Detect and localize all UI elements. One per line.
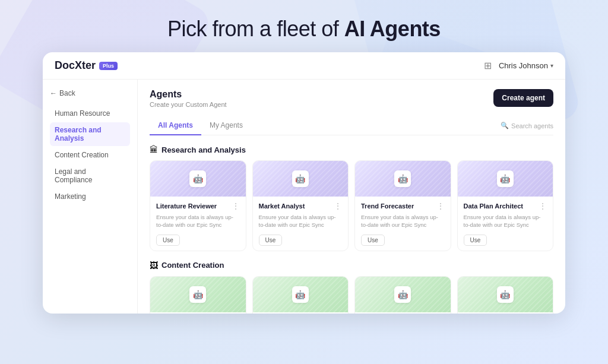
card-body: Newsletter Crafter ⋮ [458, 312, 553, 314]
card-trend-forecaster[interactable]: 🤖 Trend Forecaster ⋮ Ensure your data is… [354, 160, 451, 251]
card-desc: Ensure your data is always up-to-date wi… [156, 213, 240, 229]
sidebar: ← Back Human Resource Research and Analy… [43, 80, 138, 314]
user-menu[interactable]: Chris Johnson ▾ [499, 61, 553, 70]
sidebar-item-legal-compliance[interactable]: Legal and Compliance [50, 164, 130, 188]
card-literature-reviewer[interactable]: 🤖 Literature Reviewer ⋮ Ensure your data… [150, 160, 246, 251]
card-blog-composer[interactable]: 🤖 Blog Composer ⋮ [354, 276, 451, 314]
agents-header: Agents Create your Custom Agent Create a… [150, 89, 553, 108]
research-section-icon: 🏛 [150, 145, 158, 154]
card-data-plan-architect[interactable]: 🤖 Data Plan Architect ⋮ Ensure your data… [457, 160, 554, 251]
sidebar-item-research-analysis[interactable]: Research and Analysis [50, 122, 130, 146]
tab-my-agents[interactable]: My Agents [201, 116, 251, 135]
logo-area: DocXter Plus [55, 59, 118, 72]
card-use-button[interactable]: Use [259, 235, 283, 246]
chevron-down-icon: ▾ [550, 62, 553, 69]
card-thumb: 🤖 [355, 161, 451, 197]
card-article-topic-creator[interactable]: 🤖 Article Topic Creator ⋮ [150, 276, 246, 314]
content-section-title: Content Creation [162, 261, 224, 270]
card-thumb: 🤖 [458, 277, 553, 312]
card-body: Trend Forecaster ⋮ Ensure your data is a… [355, 197, 451, 251]
card-body: Article Outline Creator ⋮ [253, 312, 349, 314]
app-window: DocXter Plus ⊞ Chris Johnson ▾ ← Back Hu… [43, 52, 565, 314]
card-use-button[interactable]: Use [361, 235, 385, 246]
research-cards-grid: 🤖 Literature Reviewer ⋮ Ensure your data… [150, 160, 553, 251]
content-cards-grid: 🤖 Article Topic Creator ⋮ 🤖 [150, 276, 553, 314]
card-thumb: 🤖 [355, 277, 451, 312]
app-body: ← Back Human Resource Research and Analy… [43, 80, 565, 314]
card-article-outline-creator[interactable]: 🤖 Article Outline Creator ⋮ [252, 276, 349, 314]
card-name: Data Plan Architect [464, 202, 523, 210]
card-body: Article Topic Creator ⋮ [150, 312, 246, 314]
card-name-row: Trend Forecaster ⋮ [361, 201, 445, 211]
card-menu-icon[interactable]: ⋮ [539, 201, 547, 211]
card-market-analyst[interactable]: 🤖 Market Analyst ⋮ Ensure your data is a… [252, 160, 349, 251]
card-newsletter-crafter[interactable]: 🤖 Newsletter Crafter ⋮ [457, 276, 554, 314]
main-content: Agents Create your Custom Agent Create a… [138, 80, 565, 314]
tabs-row: All Agents My Agents 🔍 Search agents [150, 116, 553, 135]
card-menu-icon[interactable]: ⋮ [232, 201, 240, 211]
back-arrow-icon: ← [50, 89, 57, 97]
card-use-button[interactable]: Use [464, 235, 487, 246]
card-name-row: Market Analyst ⋮ [259, 201, 343, 211]
card-use-button[interactable]: Use [156, 235, 180, 246]
sidebar-item-marketing[interactable]: Marketing [50, 189, 130, 204]
card-desc: Ensure your data is always up-to-date wi… [464, 213, 547, 229]
headline-prefix: Pick from a fleet of [167, 17, 344, 41]
sidebar-back[interactable]: ← Back [50, 89, 130, 97]
agents-title: Agents [150, 89, 227, 100]
grid-icon: ⊞ [484, 60, 492, 71]
card-name: Literature Reviewer [156, 202, 217, 210]
headline-bold: AI Agents [344, 17, 441, 41]
card-desc: Ensure your data is always up-to-date wi… [361, 213, 445, 229]
logo-text: DocXter [55, 59, 96, 72]
card-menu-icon[interactable]: ⋮ [436, 201, 445, 211]
sidebar-item-human-resource[interactable]: Human Resource [50, 106, 130, 121]
tabs-left: All Agents My Agents [150, 116, 251, 135]
card-name-row: Literature Reviewer ⋮ [156, 201, 240, 211]
content-section-header: 🖼 Content Creation [150, 261, 553, 270]
plus-badge: Plus [99, 62, 118, 70]
tab-all-agents[interactable]: All Agents [150, 116, 201, 135]
card-name: Trend Forecaster [361, 202, 414, 210]
content-section-icon: 🖼 [150, 261, 158, 270]
research-section-header: 🏛 Research and Analysis [150, 145, 553, 154]
create-agent-button[interactable]: Create agent [493, 89, 553, 107]
card-body: Market Analyst ⋮ Ensure your data is alw… [253, 197, 349, 251]
card-body: Blog Composer ⋮ [355, 312, 451, 314]
sidebar-item-content-creation[interactable]: Content Creation [50, 147, 130, 163]
card-thumb: 🤖 [150, 161, 246, 197]
search-area[interactable]: 🔍 Search agents [501, 122, 553, 129]
user-name: Chris Johnson [499, 61, 548, 70]
agents-title-area: Agents Create your Custom Agent [150, 89, 227, 108]
card-name-row: Data Plan Architect ⋮ [464, 201, 547, 211]
agents-subtitle: Create your Custom Agent [150, 101, 227, 108]
card-thumb: 🤖 [253, 277, 349, 312]
header-right: ⊞ Chris Johnson ▾ [484, 60, 553, 71]
card-menu-icon[interactable]: ⋮ [334, 201, 342, 211]
card-thumb: 🤖 [253, 161, 349, 197]
search-icon: 🔍 [501, 122, 509, 129]
research-section-title: Research and Analysis [162, 145, 246, 154]
back-label: Back [59, 89, 75, 97]
headline-area: Pick from a fleet of AI Agents [0, 0, 608, 52]
card-body: Data Plan Architect ⋮ Ensure your data i… [458, 197, 553, 251]
headline: Pick from a fleet of AI Agents [0, 17, 608, 42]
card-desc: Ensure your data is always up-to-date wi… [259, 213, 343, 229]
card-body: Literature Reviewer ⋮ Ensure your data i… [150, 197, 246, 251]
app-header: DocXter Plus ⊞ Chris Johnson ▾ [43, 52, 565, 80]
card-thumb: 🤖 [458, 161, 553, 197]
card-thumb: 🤖 [150, 277, 246, 312]
search-placeholder: Search agents [511, 122, 553, 129]
card-name: Market Analyst [259, 202, 305, 210]
